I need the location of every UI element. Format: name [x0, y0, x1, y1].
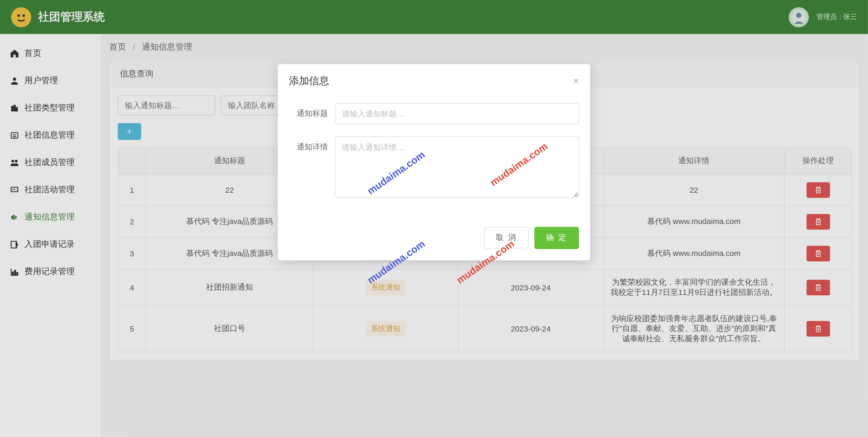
confirm-button[interactable]: 确 定 [534, 227, 579, 249]
cancel-button[interactable]: 取 消 [484, 227, 529, 249]
form-label-title: 通知标题 [289, 103, 328, 119]
close-icon: × [573, 75, 579, 86]
add-modal: 添加信息 × 通知标题 通知详情 取 消 确 定 [278, 64, 590, 260]
form-title-input[interactable] [335, 103, 579, 125]
modal-title: 添加信息 [289, 74, 329, 87]
form-detail-textarea[interactable] [335, 137, 579, 198]
modal-close-button[interactable]: × [573, 75, 579, 87]
form-label-detail: 通知详情 [289, 137, 328, 152]
